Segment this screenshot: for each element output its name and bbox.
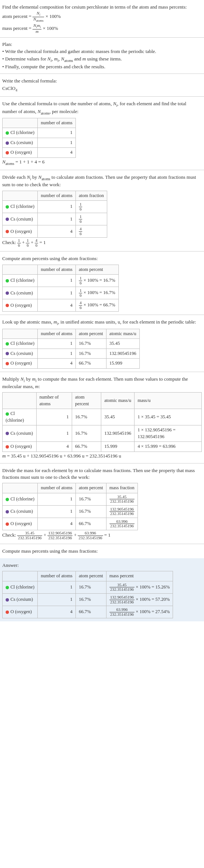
count-total: Natoms = 1 + 1 + 4 = 6	[2, 159, 202, 166]
dot-icon	[6, 151, 9, 154]
dot-icon	[6, 218, 9, 221]
count-table: number of atoms Cl (chlorine)1 Cs (cesiu…	[2, 118, 76, 158]
table-row: Cl (chlorine)116	[3, 201, 107, 213]
dot-icon	[6, 586, 9, 589]
intro-section: Find the elemental composition for cesiu…	[0, 0, 204, 38]
answer-table: number of atomsatom percentmass percent …	[2, 571, 173, 618]
table-row: Cs (cesium)116.7%132.90545196232.3514519…	[3, 505, 138, 518]
table-row: Cs (cesium)116.7%132.90545196232.3514519…	[3, 594, 173, 606]
atompct-line: Compute atom percents using the atom fra…	[2, 255, 202, 262]
mass-percent-eq: mass percent = Nimi m × 100%	[2, 24, 202, 34]
massfrac-line: Divide the mass for each element by m to…	[2, 467, 202, 481]
atomicmass-table: number of atomsatom percentatomic mass/u…	[2, 329, 140, 369]
dot-icon	[6, 362, 9, 365]
plan-section: Plan: • Write the chemical formula and g…	[0, 38, 204, 74]
plan-b3: • Finally, compute the percents and chec…	[2, 63, 202, 70]
formula-section: Write the chemical formula: CsClO4	[0, 74, 204, 97]
dot-icon	[6, 342, 9, 346]
atomfrac-line: Divide each Ni by Natoms to calculate at…	[2, 174, 202, 188]
masspct-line: Compute mass percents using the mass fra…	[2, 548, 202, 555]
dot-icon	[6, 205, 9, 209]
atompct-table: number of atomsatom percent Cl (chlorine…	[2, 265, 119, 312]
table-row: Cl (chlorine)116.7%35.45	[3, 339, 140, 349]
atompct-section: Compute atom percents using the atom fra…	[0, 252, 204, 315]
dot-icon	[6, 412, 9, 416]
massmult-table: number of atomsatom percentatomic mass/u…	[2, 392, 202, 452]
eq1-frac: Ni Natoms	[33, 11, 44, 23]
plan-b2: • Determine values for Ni, mi, Natoms an…	[2, 56, 202, 63]
eq2-lhs: mass percent =	[2, 25, 31, 31]
dot-icon	[6, 279, 9, 282]
dot-icon	[6, 304, 9, 307]
count-section: Use the chemical formula to count the nu…	[0, 97, 204, 170]
table-row: O (oxygen)4	[3, 148, 76, 158]
atomfrac-table: number of atomsatom fraction Cl (chlorin…	[2, 191, 107, 238]
atomfrac-section: Divide each Ni by Natoms to calculate at…	[0, 170, 204, 252]
massfrac-section: Divide the mass for each element by m to…	[0, 463, 204, 544]
eq1-rhs: × 100%	[46, 14, 61, 19]
atomicmass-section: Look up the atomic mass, mi, in unified …	[0, 315, 204, 372]
dot-icon	[6, 498, 9, 501]
eq2-rhs: × 100%	[43, 25, 58, 31]
dot-icon	[6, 522, 9, 526]
dot-icon	[6, 432, 9, 435]
formula-value: CsClO4	[2, 85, 202, 93]
table-row: O (oxygen)446 × 100% = 66.7%	[3, 299, 119, 312]
table-row: Cl (chlorine)116 × 100% = 16.7%	[3, 275, 119, 287]
table-row: O (oxygen)466.7%63.996232.35145196 × 100…	[3, 606, 173, 618]
table-row: O (oxygen)466.7%15.9994 × 15.999 = 63.99…	[3, 442, 202, 452]
intro-line: Find the elemental composition for cesiu…	[2, 4, 202, 10]
answer-box: Answer: number of atomsatom percentmass …	[0, 558, 204, 621]
table-row: O (oxygen)466.7%15.999	[3, 359, 140, 369]
table-row: O (oxygen)446	[3, 225, 107, 238]
dot-icon	[6, 291, 9, 295]
dot-icon	[6, 598, 9, 602]
count-line: Use the chemical formula to count the nu…	[2, 100, 202, 115]
dot-icon	[6, 352, 9, 355]
massmult-section: Multiply Ni by mi to compute the mass fo…	[0, 372, 204, 463]
table-row: Cs (cesium)116.7%132.90545196	[3, 349, 140, 359]
table-row: Cs (cesium)1	[3, 138, 76, 148]
table-row: Cl (chlorine)116.7%35.45232.35145196	[3, 493, 138, 505]
eq2-frac: Nimi m	[33, 24, 41, 34]
eq1-lhs: atom percent =	[2, 14, 31, 19]
plan-b1: • Write the chemical formula and gather …	[2, 48, 202, 55]
answer-label: Answer:	[2, 562, 202, 569]
dot-icon	[6, 131, 9, 135]
dot-icon	[6, 611, 9, 614]
massfrac-table: number of atomsatom percentmass fraction…	[2, 483, 138, 530]
dot-icon	[6, 141, 9, 145]
formula-line: Write the chemical formula:	[2, 78, 202, 84]
dot-icon	[6, 510, 9, 513]
table-row: Cs (cesium)116 × 100% = 16.7%	[3, 287, 119, 299]
table-row: Cs (cesium)116.7%132.905451961 × 132.905…	[3, 425, 202, 442]
dot-icon	[6, 230, 9, 233]
masspct-section: Compute mass percents using the mass fra…	[0, 544, 204, 558]
table-row: Cl (chlorine)116.7%35.45232.35145196 × 1…	[3, 581, 173, 593]
table-row: O (oxygen)466.7%63.996232.35145196	[3, 518, 138, 530]
plan-head: Plan:	[2, 41, 202, 48]
table-row: Cl (chlorine)116.7%35.451 × 35.45 = 35.4…	[3, 409, 202, 425]
table-row: Cs (cesium)116	[3, 213, 107, 225]
massmult-total: m = 35.45 u + 132.90545196 u + 63.996 u …	[2, 453, 202, 459]
massmult-line: Multiply Ni by mi to compute the mass fo…	[2, 376, 202, 390]
atom-percent-eq: atom percent = Ni Natoms × 100%	[2, 11, 202, 23]
massfrac-check: Check: 35.45232.35145196 + 132.905451962…	[2, 531, 202, 540]
table-row: Cl (chlorine)1	[3, 128, 76, 138]
th-atoms: number of atoms	[38, 118, 76, 128]
atomfrac-check: Check: 16 + 16 + 46 = 1	[2, 238, 202, 247]
dot-icon	[6, 445, 9, 449]
atomicmass-line: Look up the atomic mass, mi, in unified …	[2, 319, 202, 326]
